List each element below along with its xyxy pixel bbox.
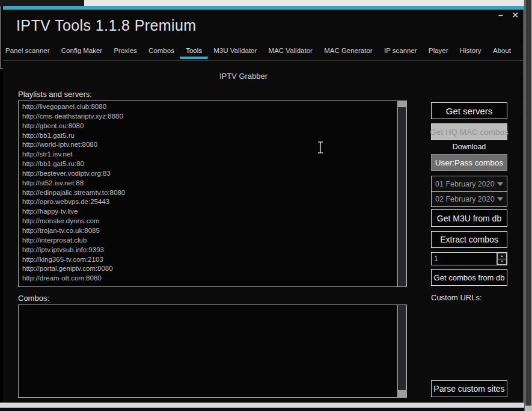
date-to-dropdown[interactable]: 02 February 2020 bbox=[431, 191, 507, 207]
custom-urls-label: Custom URLs: bbox=[431, 293, 482, 302]
screen: – ✕ IPTV Tools 1.1.8 Premium Panel scann… bbox=[0, 0, 532, 411]
download-label: Download bbox=[431, 143, 507, 151]
playlist-url-item[interactable]: http://dream-ott.com:8080 bbox=[19, 274, 396, 283]
tab-history[interactable]: History bbox=[459, 47, 482, 54]
spin-up-icon[interactable]: ▲ bbox=[497, 253, 507, 259]
custom-urls-scrollbar[interactable] bbox=[524, 0, 532, 411]
combos-scrollbar-thumb[interactable] bbox=[398, 305, 406, 390]
get-combos-from-db-button[interactable]: Get combos from db bbox=[431, 269, 507, 286]
playlist-url-item[interactable]: http://happy-tv.live bbox=[19, 207, 396, 217]
chevron-down-icon bbox=[497, 197, 503, 201]
count-field-wrap: ▲ ▼ bbox=[431, 252, 507, 265]
count-spinner: ▲ ▼ bbox=[497, 253, 507, 265]
playlists-scrollbar-thumb[interactable] bbox=[398, 107, 406, 286]
playlist-url-item[interactable]: http://trojan-tv.co.uk:8085 bbox=[19, 226, 396, 236]
playlist-url-item[interactable]: http://interprosat.club bbox=[19, 236, 396, 246]
tab-mac-validator[interactable]: MAC Validator bbox=[268, 47, 313, 54]
playlist-url-item[interactable]: http://iptv.iptvsub.info:9393 bbox=[19, 246, 396, 255]
count-input[interactable] bbox=[432, 253, 497, 265]
date-from-value: 01 February 2020 bbox=[435, 180, 497, 188]
playlists-listbox-content: http://livegopanel.club:8080http://cms-d… bbox=[19, 102, 396, 286]
playlist-url-item[interactable]: http://bestever.vodiptv.org:83 bbox=[19, 169, 396, 179]
playlist-url-item[interactable]: http://st52.isv.net:88 bbox=[19, 179, 396, 188]
get-m3u-from-db-button[interactable]: Get M3U from db bbox=[431, 209, 507, 227]
playlist-url-item[interactable]: http://opro.webvps.de:25443 bbox=[19, 197, 396, 207]
tab-tools[interactable]: Tools bbox=[185, 47, 203, 54]
playlist-url-item[interactable]: http://bb1.gat5.ru bbox=[19, 131, 396, 141]
page-title: IPTV Grabber bbox=[168, 72, 319, 81]
tab-config-maker[interactable]: Config Maker bbox=[61, 47, 103, 54]
tab-proxies[interactable]: Proxies bbox=[113, 47, 137, 54]
playlists-scrollbar[interactable] bbox=[397, 101, 406, 286]
combos-listbox-content bbox=[19, 306, 396, 397]
get-hq-mac-combos-button[interactable]: Get HQ MAC combos bbox=[431, 123, 507, 140]
parse-custom-sites-button[interactable]: Parse custom sites bbox=[431, 380, 507, 397]
desktop-bottom-band bbox=[0, 403, 532, 408]
close-icon[interactable]: ✕ bbox=[509, 10, 521, 20]
date-from-dropdown[interactable]: 01 February 2020 bbox=[431, 176, 507, 191]
userpass-combos-button[interactable]: User:Pass combos bbox=[431, 154, 507, 171]
tab-ip-scanner[interactable]: IP scanner bbox=[384, 47, 418, 54]
playlist-url-item[interactable]: http://gbent.eu:8080 bbox=[19, 122, 396, 131]
text-cursor-icon bbox=[316, 141, 325, 156]
playlist-url-item[interactable]: http://world-iptv.net:8080 bbox=[19, 140, 396, 150]
desktop-bottom-edge bbox=[0, 408, 532, 411]
combos-scrollbar[interactable] bbox=[397, 305, 406, 397]
tab-m3u-validator[interactable]: M3U Validator bbox=[213, 47, 257, 54]
get-servers-button[interactable]: Get servers bbox=[431, 102, 507, 119]
extract-combos-button[interactable]: Extract combos bbox=[431, 231, 507, 248]
app-title: IPTV Tools 1.1.8 Premium bbox=[16, 17, 197, 34]
playlist-url-item[interactable]: http://portal.geniptv.com:8080 bbox=[19, 264, 396, 274]
tab-bar: Panel scannerConfig MakerProxiesCombosTo… bbox=[5, 47, 512, 54]
combos-label: Combos: bbox=[18, 294, 49, 303]
playlist-url-item[interactable]: http://edinpajalic.streamtv.to:8080 bbox=[19, 188, 396, 198]
tab-mac-generator[interactable]: MAC Generator bbox=[323, 47, 373, 54]
tab-panel-scanner[interactable]: Panel scanner bbox=[5, 47, 50, 54]
chevron-down-icon bbox=[497, 182, 503, 186]
tab-about[interactable]: About bbox=[492, 47, 512, 54]
custom-urls-scrollbar-thumb[interactable] bbox=[525, 0, 531, 406]
playlist-url-item[interactable]: http://livegopanel.club:8080 bbox=[19, 102, 396, 112]
playlists-listbox[interactable]: http://livegopanel.club:8080http://cms-d… bbox=[18, 100, 407, 287]
playlist-url-item[interactable]: http://monster.dynns.com bbox=[19, 217, 396, 226]
playlist-url-item[interactable]: http://cms-deathstariptv.xyz:8880 bbox=[19, 112, 396, 122]
playlists-label: Playlists and servers: bbox=[18, 90, 92, 99]
minimize-icon[interactable]: – bbox=[495, 12, 506, 22]
playlist-url-item[interactable]: http://bb1.gat5.ru:80 bbox=[19, 159, 396, 169]
tab-separator bbox=[3, 60, 524, 61]
tab-player[interactable]: Player bbox=[428, 47, 449, 54]
playlist-url-item[interactable]: http://king365-tv.com:2103 bbox=[19, 255, 396, 265]
tab-combos[interactable]: Combos bbox=[148, 47, 175, 54]
date-to-value: 02 February 2020 bbox=[435, 195, 497, 203]
desktop-top-band-left bbox=[0, 0, 84, 6]
playlist-url-item[interactable]: http://str1.isv.net bbox=[19, 150, 396, 159]
spin-down-icon[interactable]: ▼ bbox=[497, 259, 507, 265]
combos-listbox[interactable] bbox=[18, 304, 407, 398]
